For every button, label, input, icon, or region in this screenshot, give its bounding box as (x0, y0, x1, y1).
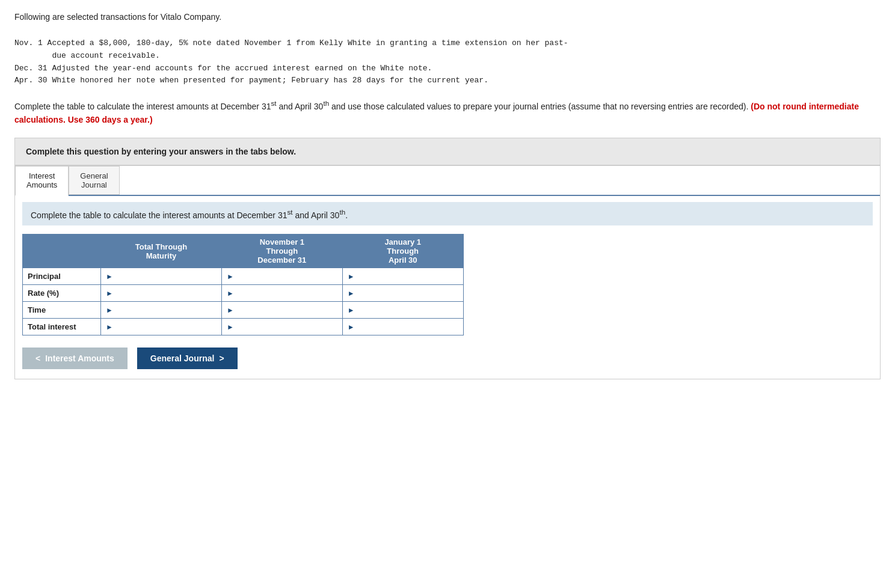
input-totalinterest-dec31[interactable] (236, 322, 337, 331)
arrow-rate-apr30: ► (348, 289, 355, 298)
input-rate-total[interactable] (115, 289, 217, 298)
interest-amounts-table: Total Through Maturity November 1 Throug… (22, 234, 464, 335)
cell-rate-total[interactable]: ► (101, 285, 222, 302)
input-principal-dec31[interactable] (236, 272, 337, 281)
arrow-totalinterest-dec31: ► (227, 323, 234, 331)
cell-time-dec31[interactable]: ► (221, 302, 342, 319)
cell-principal-apr30[interactable]: ► (342, 268, 463, 285)
th-total-through: Total Through Maturity (101, 234, 222, 268)
cell-principal-total[interactable]: ► (101, 268, 222, 285)
transactions-block: Nov. 1 Accepted a $8,000, 180-day, 5% no… (14, 37, 881, 87)
cell-totalinterest-dec31[interactable]: ► (221, 319, 342, 335)
arrow-principal-dec31: ► (227, 272, 234, 281)
th-nov1-line2: Through (227, 247, 337, 256)
arrow-time-total: ► (106, 306, 113, 314)
table-row-total-interest: Total interest ► ► (23, 319, 464, 335)
input-time-total[interactable] (115, 305, 217, 314)
arrow-rate-total: ► (106, 289, 113, 298)
transaction-line-1: Nov. 1 Accepted a $8,000, 180-day, 5% no… (14, 37, 881, 50)
row-label-total-interest: Total interest (23, 319, 101, 335)
input-principal-apr30[interactable] (357, 272, 458, 281)
complete-box-text: Complete this question by entering your … (26, 147, 296, 156)
tabs-row: InterestAmounts GeneralJournal (15, 166, 880, 196)
red-instruction: (Do not round intermediate calculations.… (14, 102, 859, 124)
row-label-rate: Rate (%) (23, 285, 101, 302)
input-rate-apr30[interactable] (357, 289, 458, 298)
next-button-label: General Journal (150, 354, 215, 363)
transaction-line-3: Dec. 31 Adjusted the year-end accounts f… (14, 63, 881, 75)
arrow-principal-apr30: ► (348, 272, 355, 281)
th-total-through-line1: Total Through (106, 242, 217, 251)
intro-line1: Following are selected transactions for … (14, 12, 881, 22)
transaction-line-4: Apr. 30 White honored her note when pres… (14, 75, 881, 87)
prev-button-label: Interest Amounts (45, 354, 114, 363)
instruction-paragraph: Complete the table to calculate the inte… (14, 98, 881, 126)
arrow-principal-total: ► (106, 272, 113, 281)
input-rate-dec31[interactable] (236, 289, 337, 298)
th-total-through-line2: Maturity (106, 251, 217, 260)
input-totalinterest-apr30[interactable] (357, 322, 458, 331)
table-row-time: Time ► ► (23, 302, 464, 319)
arrow-rate-dec31: ► (227, 289, 234, 298)
input-time-dec31[interactable] (236, 305, 337, 314)
tabs-container: InterestAmounts GeneralJournal Complete … (14, 165, 881, 380)
next-button[interactable]: General Journal > (137, 348, 238, 369)
th-jan1-line2: Through (348, 247, 458, 256)
input-totalinterest-total[interactable] (115, 322, 217, 331)
input-principal-total[interactable] (115, 272, 217, 281)
arrow-time-dec31: ► (227, 306, 234, 314)
cell-rate-apr30[interactable]: ► (342, 285, 463, 302)
th-nov1-line1: November 1 (227, 237, 337, 247)
th-jan1-line1: January 1 (348, 237, 458, 247)
complete-box: Complete this question by entering your … (14, 138, 881, 165)
row-label-principal: Principal (23, 268, 101, 285)
th-nov1-dec31: November 1 Through December 31 (221, 234, 342, 268)
next-arrow-icon: > (219, 354, 224, 363)
th-jan1-apr30: January 1 Through April 30 (342, 234, 463, 268)
th-empty (23, 234, 101, 268)
cell-principal-dec31[interactable]: ► (221, 268, 342, 285)
prev-arrow-icon: < (35, 354, 40, 363)
transaction-line-2: due account receivable. (14, 50, 881, 63)
arrow-totalinterest-total: ► (106, 323, 113, 331)
prev-button[interactable]: < Interest Amounts (22, 348, 128, 369)
th-nov1-line3: December 31 (227, 256, 337, 265)
cell-totalinterest-total[interactable]: ► (101, 319, 222, 335)
cell-time-total[interactable]: ► (101, 302, 222, 319)
table-row-principal: Principal ► ► (23, 268, 464, 285)
arrow-time-apr30: ► (348, 306, 355, 314)
input-time-apr30[interactable] (357, 305, 458, 314)
cell-time-apr30[interactable]: ► (342, 302, 463, 319)
row-label-time: Time (23, 302, 101, 319)
cell-rate-dec31[interactable]: ► (221, 285, 342, 302)
cell-totalinterest-apr30[interactable]: ► (342, 319, 463, 335)
table-row-rate: Rate (%) ► ► (23, 285, 464, 302)
arrow-totalinterest-apr30: ► (348, 323, 355, 331)
th-jan1-line3: April 30 (348, 256, 458, 265)
tab-content-interest-amounts: Complete the table to calculate the inte… (15, 196, 880, 379)
tab-general-journal[interactable]: GeneralJournal (69, 166, 119, 195)
nav-buttons: < Interest Amounts General Journal > (22, 348, 873, 369)
tab-instruction: Complete the table to calculate the inte… (22, 202, 873, 226)
tab-interest-amounts[interactable]: InterestAmounts (15, 166, 69, 196)
